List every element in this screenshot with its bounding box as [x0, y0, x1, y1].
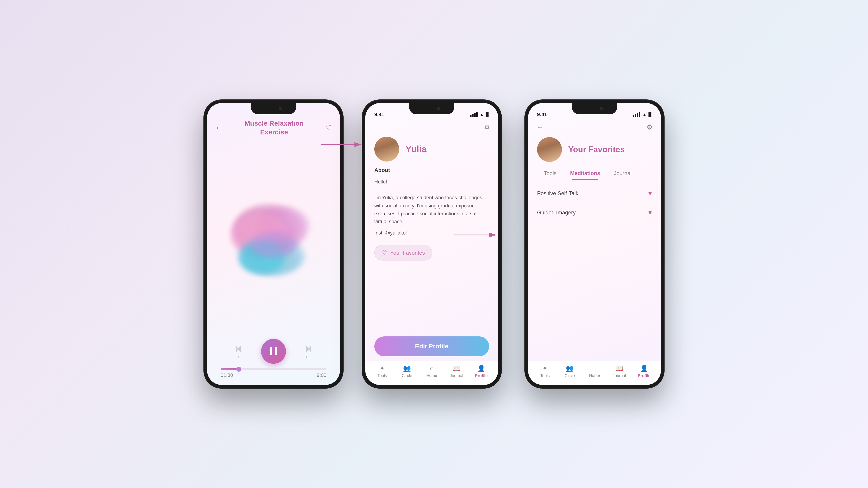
skip-back-button[interactable]: 15: [232, 344, 248, 359]
pause-button[interactable]: [261, 339, 286, 364]
nav-tools-3[interactable]: ✦ Tools: [536, 365, 554, 378]
fav-item-name-2: Guided Imagery: [537, 209, 576, 216]
svg-rect-7: [310, 346, 311, 352]
avatar-3: [537, 137, 562, 162]
avatar-2: [374, 137, 399, 162]
svg-point-5: [251, 231, 296, 258]
notch-3: [572, 103, 617, 114]
edit-profile-label: Edit Profile: [415, 343, 448, 350]
bottom-nav-3: ✦ Tools 👥 Circle ⌂ Home 📖 Journal: [528, 361, 661, 385]
favorites-title: Your Favorites: [568, 145, 625, 154]
cloud-illustration: [207, 141, 340, 334]
edit-profile-button[interactable]: Edit Profile: [374, 336, 489, 356]
settings-button-2[interactable]: ⚙: [484, 123, 490, 131]
username: Yulia: [405, 144, 427, 154]
status-time-3: 9:41: [537, 111, 547, 118]
exercise-title: Muscle RelaxationExercise: [222, 119, 326, 136]
svg-rect-6: [236, 346, 237, 352]
fav-heart-1[interactable]: ♥: [648, 190, 652, 197]
fav-item-2: Guided Imagery ♥: [537, 203, 652, 222]
favorites-list: Positive Self-Talk ♥ Guided Imagery ♥: [528, 180, 661, 361]
profile-header: Yulia: [365, 134, 498, 167]
back-button-3[interactable]: ←: [536, 123, 544, 131]
status-time-2: 9:41: [374, 111, 384, 118]
notch-2: [409, 103, 454, 114]
instagram-handle: Inst: @yuliakol: [374, 230, 489, 236]
phone-1: ← Muscle RelaxationExercise ♡: [204, 99, 344, 389]
phone-3: 9:41 ▲ ▊ ← ⚙: [524, 99, 664, 389]
fav-item-1: Positive Self-Talk ♥: [537, 184, 652, 203]
favorite-button[interactable]: ♡: [326, 124, 332, 132]
nav-home-3[interactable]: ⌂ Home: [585, 365, 603, 378]
total-time: 9:00: [317, 372, 327, 378]
nav-journal-3[interactable]: 📖 Journal: [610, 365, 628, 378]
nav-profile-3[interactable]: 👤 Profile: [635, 365, 653, 378]
current-time: 01:30: [221, 372, 233, 378]
skip-forward-button[interactable]: 15: [300, 344, 315, 359]
about-label: About: [374, 167, 489, 173]
about-text: Hello!I'm Yulia, a college student who f…: [374, 178, 489, 225]
nav-home-2[interactable]: ⌂ Home: [423, 365, 441, 378]
your-favorites-button[interactable]: ♡ Your Favorites: [374, 245, 432, 260]
fav-heart-2[interactable]: ♥: [648, 209, 652, 216]
progress-track[interactable]: [221, 368, 327, 370]
status-icons-3: ▲ ▊: [633, 112, 652, 117]
phone-2: 9:41 ▲ ▊ ⚙: [362, 99, 502, 389]
nav-profile-2[interactable]: 👤 Profile: [472, 365, 490, 378]
back-button[interactable]: ←: [215, 124, 222, 132]
tab-journal[interactable]: Journal: [607, 167, 638, 179]
bottom-nav-2: ✦ Tools 👥 Circle ⌂ Home 📖 Journal: [365, 361, 498, 385]
favorites-header: Your Favorites: [528, 135, 661, 167]
nav-circle-3[interactable]: 👥 Circle: [561, 365, 579, 378]
fav-item-name-1: Positive Self-Talk: [537, 190, 579, 197]
nav-circle-2[interactable]: 👥 Circle: [398, 365, 416, 378]
tab-meditations[interactable]: Meditations: [563, 167, 607, 179]
settings-button-3[interactable]: ⚙: [647, 123, 653, 131]
nav-tools-2[interactable]: ✦ Tools: [373, 365, 391, 378]
status-icons-2: ▲ ▊: [470, 112, 489, 117]
nav-journal-2[interactable]: 📖 Journal: [447, 365, 466, 378]
favorites-tabs: Tools Meditations Journal: [528, 167, 661, 180]
tab-tools[interactable]: Tools: [537, 167, 563, 179]
notch-1: [251, 103, 296, 114]
